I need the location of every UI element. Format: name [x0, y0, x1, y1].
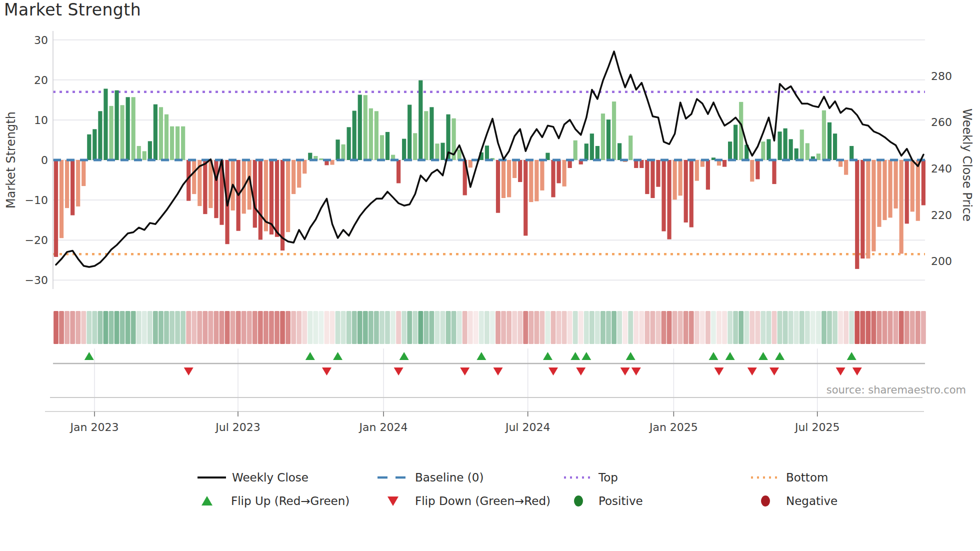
- strength-bar: [65, 160, 69, 208]
- strength-bar: [905, 160, 909, 224]
- strength-bar: [297, 160, 301, 188]
- strength-bar: [761, 142, 765, 160]
- y-right-axis-title: Weekly Close Price: [960, 108, 974, 222]
- heatmap-cell: [866, 311, 870, 344]
- heatmap-cell: [109, 311, 114, 344]
- strength-bar: [628, 136, 632, 160]
- heatmap-cell: [716, 311, 722, 344]
- heatmap-cell: [313, 311, 318, 344]
- x-axis-tick-label: Jan 2023: [70, 421, 119, 434]
- y-left-tick-label: −20: [25, 234, 48, 246]
- heatmap-cell: [98, 311, 103, 344]
- x-axis-tick-label: Jul 2025: [794, 421, 840, 434]
- flip-down-marker: [836, 368, 846, 376]
- heatmap-cell: [788, 311, 794, 344]
- heatmap-cell: [104, 311, 108, 344]
- heatmap-cell: [230, 311, 236, 344]
- heatmap-cell: [186, 311, 191, 344]
- heatmap-cell: [247, 311, 252, 344]
- strength-bar: [170, 126, 174, 160]
- strength-bar: [645, 160, 649, 194]
- strength-bar: [872, 160, 876, 252]
- heatmap-cell: [844, 311, 848, 344]
- strength-bar: [70, 160, 74, 216]
- legend-positive-label: Positive: [598, 494, 643, 508]
- heatmap-cell: [192, 311, 196, 344]
- heatmap-cell: [479, 311, 484, 344]
- y-right-tick-label: 220: [931, 209, 952, 222]
- strength-bar: [352, 110, 356, 160]
- heatmap-cell: [412, 311, 418, 344]
- strength-bar: [142, 151, 146, 160]
- heatmap-cell: [672, 311, 678, 344]
- heatmap-cell: [827, 311, 832, 344]
- heatmap-cell: [551, 311, 556, 344]
- heatmap-cell: [286, 311, 290, 344]
- heatmap-cell: [252, 311, 258, 344]
- strength-bar: [524, 160, 528, 236]
- legend-positive-dot-icon: [574, 496, 583, 506]
- heatmap-cell: [136, 311, 142, 344]
- strength-bar: [408, 104, 412, 160]
- heatmap-cell: [860, 311, 865, 344]
- source-credit: source: sharemaestro.com: [826, 384, 966, 396]
- flip-down-marker: [548, 368, 558, 376]
- strength-bar: [275, 160, 279, 237]
- strength-bar: [722, 160, 726, 167]
- heatmap-cell: [402, 311, 406, 344]
- strength-bar: [430, 107, 434, 160]
- heatmap-cell: [916, 311, 920, 344]
- heatmap-cell: [291, 311, 296, 344]
- heatmap-cell: [363, 311, 368, 344]
- heatmap-cell: [220, 311, 224, 344]
- strength-bar: [910, 160, 914, 212]
- heatmap-cell: [612, 311, 616, 344]
- strength-bar: [518, 160, 522, 182]
- heatmap-cell: [744, 311, 749, 344]
- strength-bar: [601, 114, 605, 160]
- heatmap-cell: [894, 311, 898, 344]
- heatmap-cell: [656, 311, 661, 344]
- x-axis-tick-label: Jul 2024: [504, 421, 550, 434]
- strength-bar: [435, 144, 439, 160]
- strength-bar: [706, 160, 710, 190]
- strength-bar: [286, 160, 290, 232]
- strength-bar: [750, 160, 754, 182]
- heatmap-cell: [606, 311, 611, 344]
- heatmap-cell: [899, 311, 904, 344]
- heatmap-cell: [59, 311, 64, 344]
- strength-bar: [336, 140, 340, 160]
- strength-bar: [877, 160, 881, 227]
- heatmap-cell: [733, 311, 738, 344]
- heatmap-cell: [832, 311, 838, 344]
- flip-up-marker: [476, 352, 486, 360]
- heatmap-cell: [296, 311, 302, 344]
- heatmap-cell: [662, 311, 666, 344]
- strength-bar: [507, 160, 511, 197]
- heatmap-cell: [175, 311, 180, 344]
- y-left-tick-label: 20: [34, 74, 48, 86]
- strength-bar: [87, 134, 91, 160]
- flip-up-marker: [84, 352, 94, 360]
- flip-down-marker: [620, 368, 630, 376]
- strength-bar: [684, 160, 688, 222]
- strength-bar: [888, 160, 892, 218]
- heatmap-cell: [540, 311, 545, 344]
- strength-bar: [54, 160, 58, 257]
- heatmap-cell: [242, 311, 246, 344]
- heatmap-cell: [722, 311, 727, 344]
- heatmap-cell: [556, 311, 562, 344]
- strength-bar: [894, 160, 898, 208]
- heatmap-cell: [501, 311, 506, 344]
- legend-flip-up-label: Flip Up (Red→Green): [231, 494, 350, 508]
- strength-bar: [540, 160, 544, 190]
- heatmap-cell: [64, 311, 70, 344]
- strength-bar: [132, 97, 136, 160]
- strength-bar: [789, 139, 793, 160]
- heatmap-cell: [197, 311, 202, 344]
- flip-down-marker: [852, 368, 862, 376]
- heatmap-cell: [738, 311, 744, 344]
- heatmap-cell: [396, 311, 401, 344]
- heatmap-cell: [772, 311, 777, 344]
- heatmap-cell: [634, 311, 638, 344]
